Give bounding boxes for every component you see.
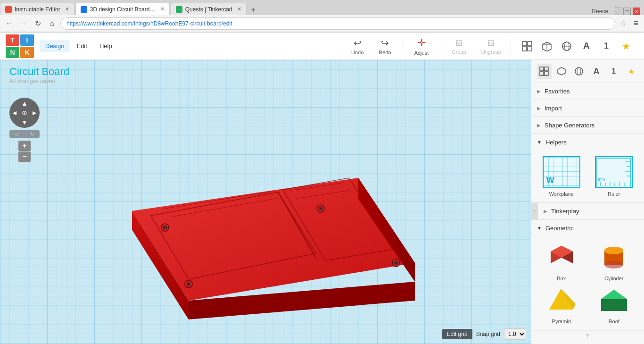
canvas-area[interactable]: Circuit Board All changes saved ▲ ▼ ◄ ► … — [0, 60, 531, 344]
sphere-view-button[interactable] — [558, 38, 575, 55]
zoom-controls: + − — [18, 141, 31, 162]
adjust-icon: ✛ — [417, 37, 426, 49]
undo-label: Undo — [351, 50, 363, 55]
view-icons: A 1 ★ — [515, 38, 638, 55]
import-arrow: ▶ — [537, 106, 541, 111]
separator-1 — [403, 39, 403, 53]
roof-label: Roof — [609, 319, 619, 324]
rotate-right-icon: ↻ — [30, 132, 34, 137]
app-container: T I N K Design Edit Help ↩ Undo ↪ Redo ✛… — [0, 33, 644, 344]
star-view-button[interactable]: ★ — [618, 38, 635, 55]
nav-rotate-bar[interactable]: ↺ ↻ — [9, 130, 40, 138]
zoom-in-button[interactable]: + — [18, 141, 31, 151]
shape-generators-header[interactable]: ▶ Shape Generators — [531, 117, 644, 134]
tab-title-2: 3D design Circuit Board | T... — [90, 6, 156, 13]
import-header[interactable]: ▶ Import — [531, 100, 644, 117]
panel-sphere-icon[interactable] — [572, 64, 586, 79]
menu-edit[interactable]: Edit — [71, 40, 92, 52]
undo-button[interactable]: ↩ Undo — [346, 35, 369, 57]
panel-cube-icon[interactable] — [554, 64, 569, 79]
group-icon: ⊞ — [455, 38, 462, 48]
home-button[interactable]: ⌂ — [46, 18, 58, 29]
address-input[interactable] — [60, 17, 615, 30]
cylinder-icon — [596, 242, 632, 273]
ungroup-label: Ungroup — [481, 49, 501, 55]
logo-k: K — [20, 47, 34, 58]
shape-roof[interactable]: Roof — [590, 285, 639, 324]
shape-cylinder[interactable]: Cylinder — [590, 242, 639, 281]
close-button[interactable]: ✕ — [633, 8, 640, 15]
shape-box[interactable]: Box — [537, 242, 586, 281]
ungroup-button[interactable]: ⊟ Ungroup — [476, 36, 507, 57]
cube-view-icon — [542, 41, 552, 51]
helpers-label: Helpers — [545, 139, 567, 146]
snap-grid-select[interactable]: 0.1 0.5 1.0 2.0 5.0 — [504, 328, 526, 340]
tinkerplay-arrow: ▶ — [544, 209, 547, 214]
svg-marker-33 — [558, 67, 565, 75]
menu-design[interactable]: Design — [40, 40, 70, 52]
panel-scroll-bottom: ▼ — [531, 330, 644, 340]
back-button[interactable]: ← — [4, 18, 15, 29]
forward-button[interactable]: → — [18, 18, 29, 29]
panel-grid-icon[interactable] — [537, 64, 552, 79]
browser-chrome: Instructable Editor ✕ 3D design Circuit … — [0, 0, 644, 33]
nav-down-button[interactable]: ▼ — [21, 118, 28, 126]
svg-point-34 — [575, 67, 583, 75]
tinkerplay-bracket-icon: › — [534, 209, 535, 214]
number-view-button[interactable]: 1 — [598, 38, 615, 55]
bookmark-button[interactable]: ☆ — [618, 19, 628, 28]
zoom-out-button[interactable]: − — [18, 151, 31, 162]
tinkerplay-header[interactable]: ▶ Tinkerplay — [538, 203, 644, 219]
minimize-button[interactable]: _ — [614, 8, 621, 15]
menu-help[interactable]: Help — [94, 40, 118, 52]
tab-bar: Instructable Editor ✕ 3D design Circuit … — [0, 0, 644, 15]
geometric-header[interactable]: ▼ Geometric — [531, 220, 644, 236]
tab-close-3[interactable]: ✕ — [237, 6, 241, 12]
cube-view-button[interactable] — [538, 38, 555, 55]
helpers-header[interactable]: ▼ Helpers — [531, 134, 644, 151]
svg-rect-0 — [522, 42, 527, 46]
panel-number-icon[interactable]: 1 — [606, 64, 621, 79]
svg-rect-29 — [540, 67, 544, 71]
panel-star-icon[interactable]: ★ — [624, 64, 638, 79]
new-tab-button[interactable]: + — [248, 5, 259, 15]
svg-rect-36 — [597, 158, 631, 187]
tab-tinkercad[interactable]: 3D design Circuit Board | T... ✕ — [75, 3, 170, 15]
logo-t: T — [6, 34, 19, 46]
text-view-button[interactable]: A — [578, 38, 595, 55]
tinkerplay-bracket[interactable]: › — [531, 203, 538, 219]
nav-right-button[interactable]: ► — [31, 109, 38, 117]
svg-rect-32 — [545, 72, 548, 76]
tinkercad-logo[interactable]: T I N K — [6, 34, 34, 58]
svg-point-54 — [604, 247, 623, 254]
ruler-item[interactable]: mm Ruler — [590, 156, 639, 197]
right-panel: A 1 ★ ▶ Favorites ▶ Import — [531, 60, 644, 344]
tab-close-1[interactable]: ✕ — [65, 6, 69, 12]
favorites-header[interactable]: ▶ Favorites — [531, 83, 644, 100]
nav-left-button[interactable]: ◄ — [11, 109, 18, 117]
tab-quests[interactable]: Quests | Tinkercad ✕ — [171, 3, 247, 15]
grid-view-icon — [522, 41, 532, 51]
import-section: ▶ Import — [531, 100, 644, 117]
helpers-grid: W Workplane — [531, 151, 644, 202]
tab-close-2[interactable]: ✕ — [160, 6, 165, 12]
tab-instructable[interactable]: Instructable Editor ✕ — [0, 3, 74, 15]
grid-view-button[interactable] — [519, 38, 536, 55]
redo-label: Redo — [379, 50, 391, 55]
group-button[interactable]: ⊞ Group — [446, 36, 472, 57]
maximize-button[interactable]: □ — [623, 8, 631, 15]
snap-grid-label: Snap grid — [476, 331, 500, 337]
adjust-button[interactable]: ✛ Adjust — [409, 35, 435, 58]
nav-orbit-control[interactable]: ▲ ▼ ◄ ► ⊕ — [9, 98, 40, 128]
workplane-item[interactable]: W Workplane — [537, 156, 586, 197]
panel-text-icon[interactable]: A — [589, 64, 603, 79]
edit-grid-button[interactable]: Edit grid — [442, 329, 472, 339]
shape-pyramid[interactable]: Pyramid — [537, 285, 586, 324]
browser-menu-button[interactable]: ≡ — [631, 18, 640, 28]
svg-marker-61 — [601, 299, 627, 311]
redo-button[interactable]: ↪ Redo — [373, 35, 396, 57]
toolbar: T I N K Design Edit Help ↩ Undo ↪ Redo ✛… — [0, 33, 644, 60]
nav-up-button[interactable]: ▲ — [21, 100, 28, 107]
canvas-status: All changes saved — [9, 78, 69, 84]
refresh-button[interactable]: ↻ — [32, 18, 43, 29]
